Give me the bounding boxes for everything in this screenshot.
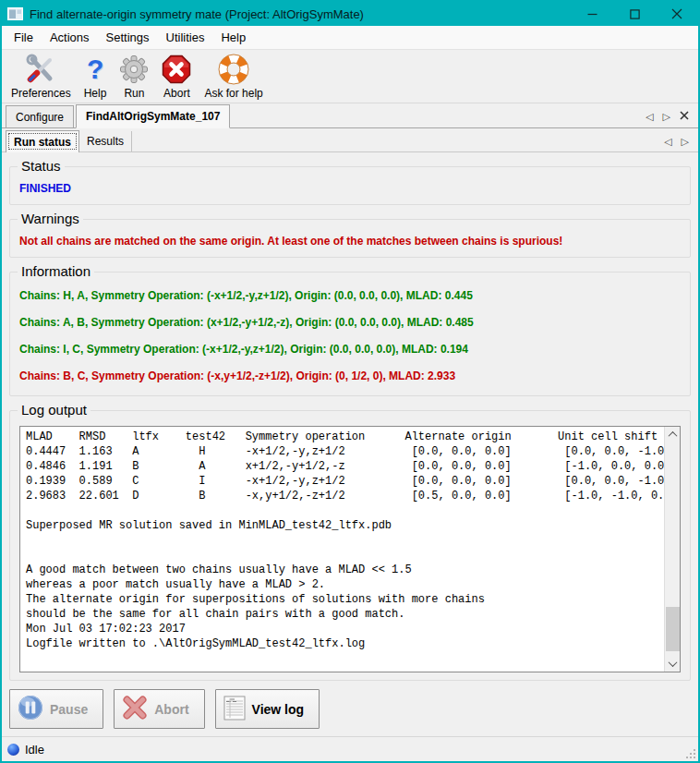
ask-for-help-label: Ask for help bbox=[204, 87, 262, 100]
pause-button-label: Pause bbox=[50, 702, 88, 717]
menu-utilities[interactable]: Utilities bbox=[158, 27, 213, 48]
warnings-groupbox-title: Warnings bbox=[18, 211, 83, 226]
maximize-button[interactable] bbox=[613, 2, 656, 26]
scroll-down-icon[interactable] bbox=[665, 656, 681, 672]
menu-help[interactable]: Help bbox=[212, 27, 254, 48]
pause-sphere-icon bbox=[18, 695, 43, 723]
status-bar-text: Idle bbox=[25, 743, 44, 757]
close-window-button[interactable] bbox=[656, 2, 698, 26]
preferences-label: Preferences bbox=[11, 87, 71, 100]
log-output-area[interactable]: MLAD RMSD ltfx test42 Symmetry operation… bbox=[19, 426, 681, 672]
menu-actions[interactable]: Actions bbox=[42, 27, 98, 48]
ask-for-help-button[interactable]: Ask for help bbox=[199, 52, 268, 101]
menu-settings[interactable]: Settings bbox=[98, 27, 158, 48]
status-value: FINISHED bbox=[19, 182, 681, 195]
subtab-bar: Run status Results ◁ ▷ bbox=[2, 128, 698, 152]
window-title: Find alternate-origin symmetry mate (Pro… bbox=[30, 7, 364, 21]
info-line: Chains: B, C, Symmetry Operation: (-x,y+… bbox=[19, 369, 681, 382]
window-icon bbox=[7, 7, 23, 20]
tab-bar: Configure FindAltOrigSymMate_107 ◁ ▷ bbox=[2, 103, 698, 128]
life-ring-icon bbox=[218, 53, 249, 86]
warnings-groupbox: Warnings Not all chains are matched on t… bbox=[9, 219, 691, 258]
log-sheet-icon bbox=[223, 696, 246, 723]
abort-run-button[interactable]: Abort bbox=[114, 689, 204, 729]
title-bar: Find alternate-origin symmetry mate (Pro… bbox=[2, 2, 698, 26]
tab-scroll-left-icon[interactable]: ◁ bbox=[646, 112, 653, 122]
view-log-button[interactable]: View log bbox=[215, 689, 320, 729]
tools-icon bbox=[25, 53, 56, 86]
run-label: Run bbox=[124, 87, 144, 100]
stop-octagon-icon bbox=[162, 53, 191, 86]
info-line: Chains: A, B, Symmetry Operation: (x+1/2… bbox=[19, 316, 681, 329]
app-window: Find alternate-origin symmetry mate (Pro… bbox=[0, 0, 700, 763]
log-output-groupbox-title: Log output bbox=[18, 402, 91, 418]
tab-scroll-right-icon[interactable]: ▷ bbox=[663, 112, 670, 122]
tab-configure[interactable]: Configure bbox=[6, 105, 74, 127]
subtab-scroll-left-icon[interactable]: ◁ bbox=[664, 137, 671, 147]
abort-button[interactable]: Abort bbox=[156, 52, 197, 101]
help-label: Help bbox=[84, 87, 107, 100]
information-groupbox-title: Information bbox=[18, 263, 94, 279]
subtab-results[interactable]: Results bbox=[79, 131, 132, 151]
scrollbar-thumb[interactable] bbox=[666, 607, 680, 651]
information-groupbox: Information Chains: H, A, Symmetry Opera… bbox=[9, 272, 691, 396]
status-bar: Idle bbox=[2, 736, 698, 761]
menu-bar: File Actions Settings Utilities Help bbox=[2, 26, 698, 50]
subtab-scroll-right-icon[interactable]: ▷ bbox=[682, 137, 689, 147]
scroll-up-icon[interactable] bbox=[665, 427, 681, 442]
warning-message: Not all chains are matched on the same o… bbox=[19, 235, 681, 248]
log-vertical-scrollbar[interactable] bbox=[664, 427, 680, 672]
question-mark-icon: ? bbox=[87, 53, 103, 86]
status-groupbox: Status FINISHED bbox=[9, 166, 691, 205]
abort-button-label: Abort bbox=[154, 702, 188, 717]
run-status-page: Status FINISHED Warnings Not all chains … bbox=[2, 152, 698, 736]
resize-grip[interactable] bbox=[684, 747, 695, 758]
view-log-button-label: View log bbox=[252, 702, 305, 717]
info-line: Chains: H, A, Symmetry Operation: (-x+1/… bbox=[19, 289, 681, 302]
log-output-groupbox: Log output MLAD RMSD ltfx test42 Symmetr… bbox=[9, 410, 691, 681]
red-x-icon bbox=[122, 695, 148, 723]
subtab-results-label: Results bbox=[87, 135, 124, 148]
tab-findaltorigsymmate-107-label: FindAltOrigSymMate_107 bbox=[86, 110, 220, 123]
subtab-run-status[interactable]: Run status bbox=[6, 130, 79, 152]
tab-close-icon[interactable] bbox=[680, 110, 689, 123]
help-button[interactable]: ? Help bbox=[78, 52, 113, 101]
abort-label: Abort bbox=[163, 87, 190, 100]
idle-indicator-icon bbox=[7, 744, 19, 756]
minimize-button[interactable] bbox=[571, 2, 613, 26]
pause-button[interactable]: Pause bbox=[9, 689, 103, 729]
menu-file[interactable]: File bbox=[6, 27, 42, 48]
run-button[interactable]: Run bbox=[114, 52, 154, 101]
log-output-text: MLAD RMSD ltfx test42 Symmetry operation… bbox=[20, 427, 664, 672]
subtab-run-status-label: Run status bbox=[14, 136, 71, 149]
tab-configure-label: Configure bbox=[16, 111, 64, 124]
info-line: Chains: I, C, Symmetry Operation: (-x+1/… bbox=[19, 343, 681, 356]
gear-icon bbox=[119, 53, 149, 86]
toolbar: Preferences ? Help Run bbox=[2, 50, 698, 103]
status-groupbox-title: Status bbox=[18, 158, 65, 174]
action-button-row: Pause Abort bbox=[9, 689, 691, 729]
tab-findaltorigsymmate-107[interactable]: FindAltOrigSymMate_107 bbox=[76, 104, 230, 128]
preferences-button[interactable]: Preferences bbox=[6, 52, 77, 101]
